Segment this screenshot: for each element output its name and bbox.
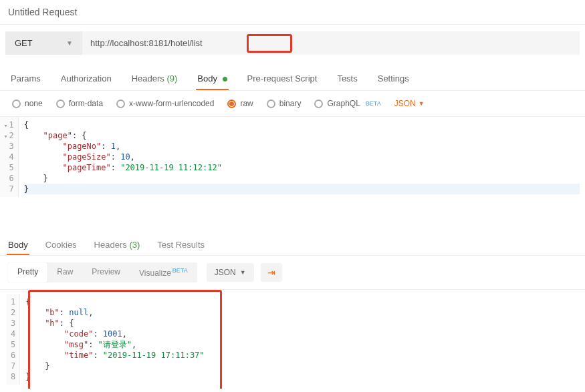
response-tab-body[interactable]: Body [7, 236, 29, 255]
radio-urlencoded[interactable]: x-www-form-urlencoded [116, 99, 214, 108]
tab-body[interactable]: Body [196, 68, 228, 90]
tab-tests[interactable]: Tests [336, 68, 358, 90]
body-type-row: none form-data x-www-form-urlencoded raw… [0, 91, 585, 117]
view-visualize[interactable]: VisualizeBETA [130, 262, 197, 282]
modified-dot-icon [223, 77, 227, 81]
response-format-select[interactable]: JSON ▼ [207, 263, 254, 282]
request-body-editor[interactable]: ▾1 ▾2 3 4 5 6 7 { "page": { "pageNo": 1,… [0, 117, 585, 197]
radio-icon [267, 100, 275, 108]
url-input[interactable] [82, 31, 580, 55]
chevron-down-icon: ▼ [419, 100, 425, 107]
wrap-icon: ⇥ [267, 267, 275, 278]
radio-icon [56, 100, 65, 108]
chevron-down-icon: ▼ [66, 39, 73, 47]
view-mode-row: Pretty Raw Preview VisualizeBETA JSON ▼ … [0, 256, 585, 290]
view-raw[interactable]: Raw [47, 262, 82, 282]
view-preview[interactable]: Preview [82, 262, 130, 282]
radio-raw[interactable]: raw [227, 99, 253, 108]
response-tab-cookies[interactable]: Cookies [44, 236, 78, 255]
code-content: { "b": null, "h": { "code": 1001, "msg":… [20, 294, 578, 385]
tab-authorization[interactable]: Authorization [60, 68, 113, 90]
radio-icon [12, 100, 21, 108]
code-content[interactable]: { "page": { "pageNo": 1, "pageSize": 10,… [19, 117, 585, 197]
chevron-down-icon: ▼ [240, 269, 246, 276]
wrap-lines-button[interactable]: ⇥ [261, 263, 282, 282]
line-gutter: 1 2 3 4 5 6 7 8 [7, 294, 20, 385]
view-mode-tabs: Pretty Raw Preview VisualizeBETA [8, 262, 197, 282]
radio-icon [314, 100, 323, 108]
radio-formdata[interactable]: form-data [56, 99, 103, 108]
http-method-value: GET [15, 38, 33, 48]
radio-graphql[interactable]: GraphQLBETA [314, 99, 380, 108]
tab-settings[interactable]: Settings [376, 68, 411, 90]
tab-prerequest[interactable]: Pre-request Script [246, 68, 319, 90]
request-tabs: Params Authorization Headers (9) Body Pr… [0, 61, 585, 91]
request-title: Untitled Request [0, 0, 585, 25]
request-url-row: GET ▼ [0, 25, 585, 61]
line-gutter: ▾1 ▾2 3 4 5 6 7 [0, 117, 19, 197]
tab-headers[interactable]: Headers (9) [130, 68, 179, 90]
radio-icon [227, 100, 236, 108]
content-type-select[interactable]: JSON ▼ [394, 99, 425, 108]
response-tabs: Body Cookies Headers (3) Test Results [0, 230, 585, 256]
response-body-viewer[interactable]: 1 2 3 4 5 6 7 8 { "b": null, "h": { "cod… [7, 294, 578, 385]
radio-icon [116, 100, 125, 108]
response-tab-results[interactable]: Test Results [156, 236, 206, 255]
view-pretty[interactable]: Pretty [8, 262, 47, 282]
http-method-select[interactable]: GET ▼ [5, 31, 82, 55]
response-tab-headers[interactable]: Headers (3) [93, 236, 142, 255]
tab-params[interactable]: Params [9, 68, 42, 90]
radio-none[interactable]: none [12, 99, 43, 108]
radio-binary[interactable]: binary [267, 99, 302, 108]
